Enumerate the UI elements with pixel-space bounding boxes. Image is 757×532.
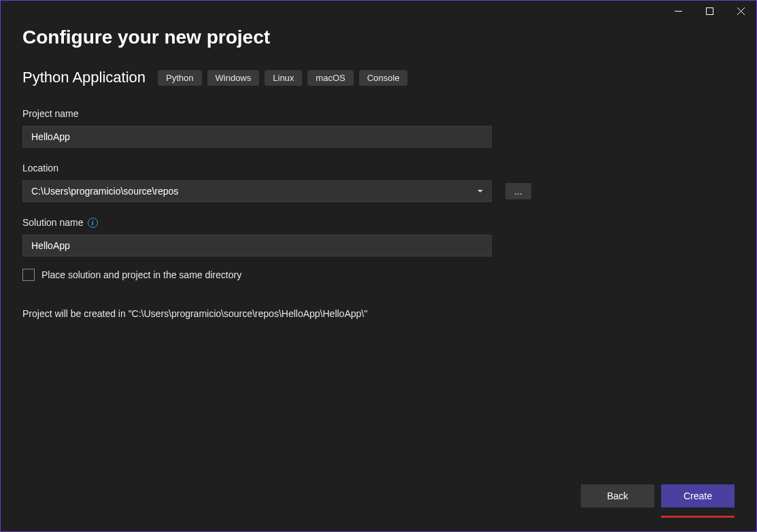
create-highlight-underline	[661, 516, 735, 518]
page-title: Configure your new project	[22, 27, 735, 48]
template-tags: Python Windows Linux macOS Console	[158, 70, 407, 86]
template-name: Python Application	[22, 69, 146, 86]
chevron-down-icon	[477, 190, 483, 193]
location-combobox[interactable]: C:\Users\programicio\source\repos	[22, 180, 492, 202]
info-icon[interactable]: i	[88, 218, 98, 228]
back-button[interactable]: Back	[581, 484, 654, 508]
minimize-button[interactable]	[662, 1, 694, 21]
tag-python: Python	[158, 70, 201, 86]
location-value: C:\Users\programicio\source\repos	[31, 186, 178, 197]
tag-macos: macOS	[307, 70, 353, 86]
window-titlebar	[1, 1, 756, 22]
solution-name-input[interactable]	[22, 235, 492, 256]
solution-name-label: Solution name	[22, 217, 84, 228]
creation-summary: Project will be created in "C:\Users\pro…	[22, 308, 735, 319]
project-name-label: Project name	[22, 108, 735, 119]
same-directory-label: Place solution and project in the same d…	[41, 269, 241, 280]
same-directory-checkbox[interactable]	[22, 269, 35, 281]
create-button[interactable]: Create	[661, 484, 735, 508]
project-name-input[interactable]	[22, 126, 492, 148]
svg-rect-1	[706, 7, 713, 14]
close-button[interactable]	[725, 1, 756, 21]
tag-console: Console	[359, 70, 408, 86]
browse-button[interactable]: ...	[505, 183, 531, 199]
maximize-button[interactable]	[694, 1, 725, 21]
tag-windows: Windows	[207, 70, 260, 86]
location-label: Location	[22, 163, 735, 173]
tag-linux: Linux	[265, 70, 302, 86]
